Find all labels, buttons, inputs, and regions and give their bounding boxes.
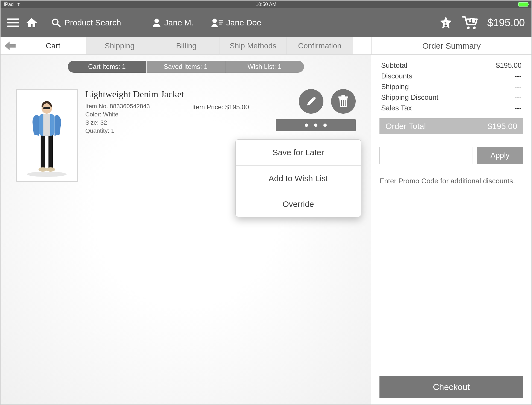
order-total-value: $195.00 bbox=[488, 122, 517, 131]
trash-icon bbox=[338, 95, 349, 107]
svg-rect-8 bbox=[41, 132, 45, 168]
menu-add-to-wish-list[interactable]: Add to Wish List bbox=[236, 165, 361, 191]
battery-icon bbox=[518, 2, 528, 7]
checkout-button[interactable]: Checkout bbox=[379, 376, 523, 398]
item-number: Item No. 883360542843 bbox=[85, 103, 184, 110]
svg-rect-9 bbox=[48, 132, 53, 168]
svg-line-1 bbox=[57, 24, 60, 27]
svg-point-7 bbox=[27, 172, 67, 177]
home-icon[interactable] bbox=[26, 17, 38, 28]
customer-icon bbox=[211, 18, 223, 27]
summary-label: Discounts bbox=[381, 72, 412, 80]
more-actions-button[interactable] bbox=[276, 119, 356, 131]
summary-label: Shipping Discount bbox=[381, 93, 439, 102]
person-icon bbox=[152, 18, 161, 27]
summary-value: --- bbox=[515, 72, 522, 80]
order-total-bar: Order Total $195.00 bbox=[379, 118, 523, 134]
delete-button[interactable] bbox=[331, 89, 356, 114]
summary-row: Subtotal$195.00 bbox=[379, 60, 523, 71]
tab-shipping[interactable]: Shipping bbox=[86, 37, 153, 54]
pill-wish-list[interactable]: Wish List: 1 bbox=[225, 61, 304, 73]
summary-row: Sales Tax--- bbox=[379, 103, 523, 113]
svg-point-11 bbox=[46, 167, 55, 172]
search-placeholder: Product Search bbox=[65, 18, 121, 27]
summary-label: Sales Tax bbox=[381, 104, 412, 112]
tab-billing-label: Billing bbox=[176, 42, 197, 50]
menu-override-label: Override bbox=[282, 199, 314, 209]
pill-saved-items-label: Saved Items: 1 bbox=[164, 63, 207, 71]
cart-amount: $195.00 bbox=[487, 17, 525, 29]
customer-chip[interactable]: Jane Doe bbox=[211, 18, 261, 27]
pill-cart-items-label: Cart Items: 1 bbox=[88, 63, 125, 71]
tab-ship-methods[interactable]: Ship Methods bbox=[220, 37, 287, 54]
summary-row: Shipping Discount--- bbox=[379, 92, 523, 103]
promo-hint: Enter Promo Code for additional discount… bbox=[379, 177, 523, 185]
line-item: Lightweight Denim Jacket Item No. 883360… bbox=[1, 89, 371, 182]
summary-label: Subtotal bbox=[381, 61, 407, 70]
dot-icon bbox=[323, 124, 327, 127]
svg-rect-15 bbox=[43, 107, 50, 109]
pill-cart-items[interactable]: Cart Items: 1 bbox=[68, 61, 147, 73]
tab-cart-label: Cart bbox=[46, 42, 60, 50]
cart-icon[interactable]: 1 bbox=[462, 16, 478, 30]
svg-point-4 bbox=[467, 27, 470, 29]
summary-value: --- bbox=[515, 104, 522, 112]
pill-wish-list-label: Wish List: 1 bbox=[247, 63, 281, 71]
dot-icon bbox=[305, 124, 308, 127]
cart-badge: 1 bbox=[470, 19, 473, 24]
svg-point-10 bbox=[39, 167, 47, 172]
product-search[interactable]: Product Search bbox=[51, 18, 121, 27]
apply-button-label: Apply bbox=[490, 151, 510, 160]
associate-name: Jane M. bbox=[164, 18, 194, 27]
edit-button[interactable] bbox=[299, 89, 323, 114]
menu-add-to-wish-list-label: Add to Wish List bbox=[269, 174, 328, 183]
product-thumbnail[interactable] bbox=[16, 89, 78, 182]
star-icon[interactable]: 1 bbox=[439, 16, 453, 30]
back-arrow-icon[interactable] bbox=[1, 37, 20, 54]
apply-button[interactable]: Apply bbox=[477, 147, 523, 164]
star-badge: 1 bbox=[439, 21, 453, 27]
clock: 10:50 AM bbox=[256, 2, 276, 7]
summary-value: --- bbox=[515, 93, 522, 102]
wifi-icon bbox=[16, 2, 21, 6]
summary-value: --- bbox=[515, 83, 522, 91]
item-quantity: Quantity: 1 bbox=[85, 127, 184, 134]
order-total-label: Order Total bbox=[385, 122, 426, 131]
svg-point-3 bbox=[212, 19, 217, 23]
more-actions-menu: Save for Later Add to Wish List Override bbox=[235, 139, 361, 217]
svg-rect-13 bbox=[43, 114, 50, 136]
item-price: Item Price: $195.00 bbox=[192, 103, 249, 111]
promo-code-input[interactable] bbox=[379, 147, 472, 164]
item-title: Lightweight Denim Jacket bbox=[85, 89, 184, 99]
associate-chip[interactable]: Jane M. bbox=[152, 18, 194, 27]
device-label: iPad bbox=[4, 2, 14, 7]
dot-icon bbox=[314, 124, 317, 127]
app-toolbar: Product Search Jane M. Jane Doe 1 1 $195… bbox=[1, 8, 531, 37]
pill-saved-items[interactable]: Saved Items: 1 bbox=[147, 61, 225, 73]
menu-override[interactable]: Override bbox=[236, 191, 361, 217]
svg-point-2 bbox=[154, 19, 159, 23]
summary-row: Discounts--- bbox=[379, 71, 523, 81]
tab-shipping-label: Shipping bbox=[105, 42, 135, 50]
customer-name: Jane Doe bbox=[226, 18, 261, 27]
menu-icon[interactable] bbox=[7, 18, 19, 27]
summary-heading: Order Summary bbox=[371, 37, 531, 54]
tab-cart[interactable]: Cart bbox=[20, 37, 86, 54]
checkout-button-label: Checkout bbox=[433, 382, 470, 392]
tab-billing[interactable]: Billing bbox=[153, 37, 220, 54]
summary-row: Shipping--- bbox=[379, 81, 523, 92]
tab-confirmation[interactable]: Confirmation bbox=[287, 37, 353, 54]
menu-save-for-later[interactable]: Save for Later bbox=[236, 140, 361, 165]
item-size: Size: 32 bbox=[85, 119, 184, 126]
ios-status-bar: iPad 10:50 AM bbox=[1, 1, 531, 8]
tab-confirmation-label: Confirmation bbox=[298, 42, 341, 50]
checkout-phases: Cart Shipping Billing Ship Methods Confi… bbox=[1, 37, 531, 55]
pencil-icon bbox=[305, 96, 317, 107]
tab-shipmethods-label: Ship Methods bbox=[230, 42, 276, 50]
summary-value: $195.00 bbox=[496, 61, 522, 70]
menu-save-for-later-label: Save for Later bbox=[273, 148, 324, 157]
svg-point-5 bbox=[473, 27, 476, 29]
summary-label: Shipping bbox=[381, 83, 409, 91]
cart-panel: Cart Items: 1 Saved Items: 1 Wish List: … bbox=[1, 55, 371, 404]
item-color: Color: White bbox=[85, 111, 184, 118]
